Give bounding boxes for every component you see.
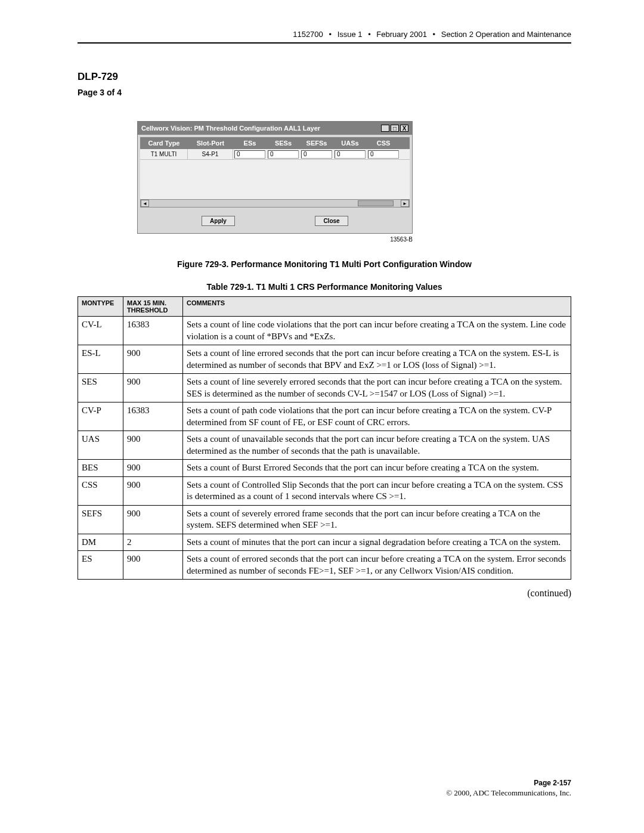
cell-threshold: 900 [123,460,183,477]
config-window: Cellworx Vision: PM Threshold Configurat… [137,121,413,234]
th-comments: COMMENTS [183,297,571,317]
cell-threshold: 900 [123,551,183,580]
cell-comments: Sets a count of unavailable seconds that… [183,431,571,460]
cell-montype: ES [78,551,123,580]
cell-threshold: 2 [123,534,183,551]
cell-montype: CV-L [78,317,123,345]
pm-values-table: MONTYPE MAX 15 MIN. THRESHOLD COMMENTS C… [78,296,571,580]
grid-empty-area [140,160,410,199]
scroll-thumb[interactable] [358,200,394,206]
page-indicator: Page 3 of 4 [78,88,571,97]
table-row: DM2Sets a count of minutes that the port… [78,534,571,551]
cell-threshold: 900 [123,431,183,460]
window-title: Cellworx Vision: PM Threshold Configurat… [141,125,320,132]
close-icon[interactable]: X [400,125,408,132]
cell-montype: CV-P [78,402,123,431]
continued-label: (continued) [78,588,571,599]
cell-threshold: 16383 [123,317,183,345]
col-sefss: SEFSs [300,140,333,147]
grid-header: Card Type Slot-Port ESs SESs SEFSs UASs … [140,137,410,149]
cell-threshold: 900 [123,345,183,374]
cell-comments: Sets a count of errored seconds that the… [183,551,571,580]
scroll-right-icon[interactable]: ► [401,200,409,207]
section: Section 2 Operation and Maintenance [441,30,571,39]
cell-montype: ES-L [78,345,123,374]
cell-slot-port: S4-P1 [188,149,233,159]
cell-comments: Sets a count of line severely errored se… [183,374,571,402]
maximize-icon[interactable]: □ [391,125,399,132]
cell-comments: Sets a count of Controlled Slip Seconds … [183,476,571,505]
col-uass: UASs [333,140,367,147]
running-head: 1152700 • Issue 1 • February 2001 • Sect… [78,30,571,44]
cell-comments: Sets a count of line code violations tha… [183,317,571,345]
figure-caption: Figure 729-3. Performance Monitoring T1 … [78,259,571,269]
cell-comments: Sets a count of minutes that the port ca… [183,534,571,551]
window-titlebar: Cellworx Vision: PM Threshold Configurat… [138,122,412,135]
cell-threshold: 900 [123,505,183,534]
table-row: CSS900Sets a count of Controlled Slip Se… [78,476,571,505]
figure-id: 13563-B [137,236,413,243]
close-button[interactable]: Close [315,216,348,226]
col-css: CSS [367,140,400,147]
issue: Issue 1 [338,30,363,39]
table-row: SEFS900Sets a count of severely errored … [78,505,571,534]
cell-comments: Sets a count of path code violations tha… [183,402,571,431]
h-scrollbar[interactable]: ◄ ► [140,199,410,208]
cell-montype: BES [78,460,123,477]
date: February 2001 [376,30,427,39]
sefss-input[interactable]: 0 [301,150,332,159]
table-row: ES-L900Sets a count of line errored seco… [78,345,571,374]
th-montype: MONTYPE [78,297,123,317]
cell-threshold: 16383 [123,402,183,431]
page-footer: Page 2-157 © 2000, ADC Telecommunication… [78,779,571,798]
table-row: SES900Sets a count of line severely erro… [78,374,571,402]
cell-montype: SEFS [78,505,123,534]
col-sess: SESs [267,140,300,147]
scroll-left-icon[interactable]: ◄ [141,200,149,207]
th-threshold: MAX 15 MIN. THRESHOLD [123,297,183,317]
footer-page: Page 2-157 [78,779,571,787]
cell-comments: Sets a count of Burst Errored Seconds th… [183,460,571,477]
table-row: ES900Sets a count of errored seconds tha… [78,551,571,580]
uass-input[interactable]: 0 [335,150,366,159]
table-row: CV-P16383Sets a count of path code viola… [78,402,571,431]
minimize-icon[interactable]: _ [381,125,389,132]
scroll-track[interactable] [150,200,400,206]
cell-comments: Sets a count of line errored seconds tha… [183,345,571,374]
ess-input[interactable]: 0 [234,150,265,159]
cell-montype: CSS [78,476,123,505]
cell-threshold: 900 [123,374,183,402]
col-card-type: Card Type [140,140,188,147]
cell-montype: DM [78,534,123,551]
cell-montype: UAS [78,431,123,460]
dlp-heading: DLP-729 [78,71,571,83]
col-ess: ESs [233,140,267,147]
table-row: BES900Sets a count of Burst Errored Seco… [78,460,571,477]
css-input[interactable]: 0 [368,150,399,159]
cell-threshold: 900 [123,476,183,505]
col-slot-port: Slot-Port [188,140,233,147]
table-row: CV-L16383Sets a count of line code viola… [78,317,571,345]
cell-comments: Sets a count of severely errored frame s… [183,505,571,534]
apply-button[interactable]: Apply [202,216,235,226]
footer-copyright: © 2000, ADC Telecommunications, Inc. [446,788,571,797]
table-row: UAS900Sets a count of unavailable second… [78,431,571,460]
doc-number: 1152700 [293,30,323,39]
grid-row: T1 MULTI S4-P1 0 0 0 0 0 [140,149,410,160]
table-caption: Table 729-1. T1 Multi 1 CRS Performance … [78,282,571,292]
cell-card-type: T1 MULTI [140,149,188,159]
sess-input[interactable]: 0 [268,150,299,159]
cell-montype: SES [78,374,123,402]
